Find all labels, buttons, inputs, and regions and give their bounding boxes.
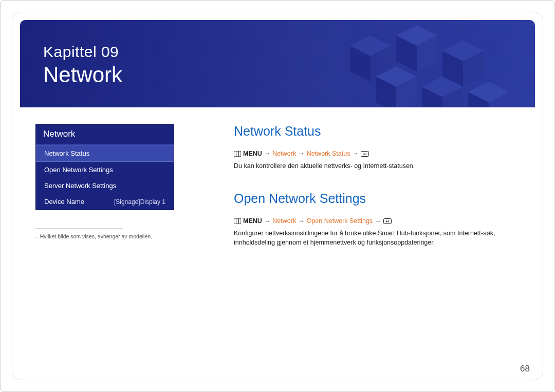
menu-item-label: Server Network Settings	[44, 182, 116, 190]
breadcrumb-segment: Network	[272, 217, 296, 225]
menu-item-label: Open Network Settings	[44, 166, 113, 174]
section-heading: Open Network Settings	[234, 191, 529, 206]
section-body: Du kan kontrollere den aktuelle nettverk…	[234, 161, 522, 171]
arrow-icon: →	[298, 217, 305, 225]
breadcrumb-segment: Network Status	[307, 150, 350, 157]
chapter-title: Network	[43, 63, 122, 87]
menu-icon	[234, 151, 241, 157]
menu-item-network-status[interactable]: Network Status	[36, 145, 174, 162]
svg-rect-22	[234, 218, 241, 224]
chapter-label: Kapittel 09	[43, 43, 122, 61]
banner-decoration	[319, 20, 535, 107]
arrow-icon: →	[352, 150, 359, 157]
breadcrumb: MENU → Network → Open Network Settings →	[234, 217, 529, 225]
enter-icon	[361, 151, 369, 157]
menu-item-label: Device Name	[44, 198, 84, 206]
arrow-icon: →	[298, 150, 305, 157]
sidebar: Network Network Status Open Network Sett…	[35, 124, 174, 239]
menu-item-device-name[interactable]: Device Name [Signage]Display 1	[36, 194, 174, 210]
section-heading: Network Status	[234, 124, 529, 139]
menu-item-value: [Signage]Display 1	[114, 198, 165, 206]
footnote-divider	[35, 229, 123, 229]
menu-item-server-network-settings[interactable]: Server Network Settings	[36, 178, 174, 194]
breadcrumb-menu-label: MENU	[243, 150, 262, 157]
menu-icon	[234, 218, 241, 224]
chapter-banner: Kapittel 09 Network	[20, 20, 535, 107]
breadcrumb-segment: Network	[272, 150, 296, 157]
svg-rect-18	[234, 151, 241, 157]
menu-item-open-network-settings[interactable]: Open Network Settings	[36, 162, 174, 178]
section-network-status: Network Status MENU → Network → Network …	[234, 124, 529, 171]
section-open-network-settings: Open Network Settings MENU → Network → O…	[234, 191, 529, 247]
breadcrumb-segment: Open Network Settings	[307, 217, 373, 225]
breadcrumb-menu-label: MENU	[243, 217, 262, 225]
menu-item-label: Network Status	[44, 150, 89, 157]
menu-panel-title: Network	[36, 124, 174, 145]
arrow-icon: →	[375, 217, 381, 225]
arrow-icon: →	[264, 217, 271, 225]
section-body: Konfigurer nettverksinnstillingene for å…	[234, 229, 522, 247]
page-number: 68	[520, 364, 530, 374]
menu-panel: Network Network Status Open Network Sett…	[35, 124, 174, 210]
arrow-icon: →	[264, 150, 271, 157]
footnote-text: – Hvilket bilde som vises, avhenger av m…	[35, 233, 174, 239]
main-content: Network Status MENU → Network → Network …	[234, 124, 529, 268]
breadcrumb: MENU → Network → Network Status →	[234, 150, 529, 157]
enter-icon	[383, 218, 392, 224]
